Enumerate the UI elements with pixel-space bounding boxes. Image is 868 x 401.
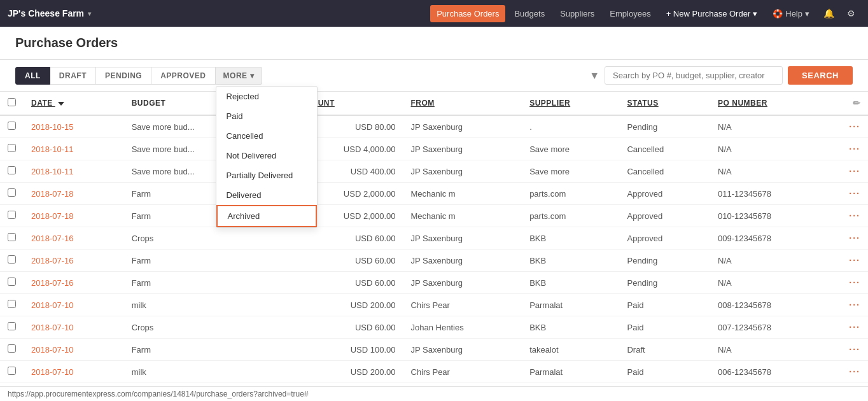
row-checkbox-cell[interactable]: [0, 160, 24, 183]
row-checkbox-cell[interactable]: [0, 250, 24, 272]
row-checkbox-cell[interactable]: [0, 138, 24, 160]
nav-employees[interactable]: Employees: [603, 5, 657, 22]
row-checkbox[interactable]: [8, 367, 16, 375]
po-number-column-header[interactable]: PO NUMBER: [710, 92, 830, 115]
dropdown-item-cancelled[interactable]: Cancelled: [216, 126, 317, 146]
date-link[interactable]: 2018-10-15: [31, 122, 74, 132]
from-column-header[interactable]: FROM: [403, 92, 522, 115]
row-actions[interactable]: ···: [830, 160, 868, 183]
row-checkbox[interactable]: [8, 211, 16, 219]
row-checkbox-cell[interactable]: [0, 115, 24, 138]
filter-tab-draft[interactable]: DRAFT: [50, 67, 96, 85]
row-checkbox-cell[interactable]: [0, 205, 24, 227]
date-link[interactable]: 2018-07-10: [31, 300, 74, 310]
filter-tab-pending[interactable]: PENDING: [96, 67, 151, 85]
new-purchase-order-button[interactable]: + New Purchase Order ▾: [660, 5, 764, 22]
row-actions[interactable]: ···: [830, 361, 868, 383]
row-actions[interactable]: ···: [830, 183, 868, 205]
dropdown-item-partially-delivered[interactable]: Partially Delivered: [216, 165, 317, 185]
date-link[interactable]: 2018-07-18: [31, 211, 74, 221]
date-link[interactable]: 2018-07-10: [31, 323, 74, 332]
dropdown-item-delivered[interactable]: Delivered: [216, 185, 317, 205]
row-options-button[interactable]: ···: [849, 300, 860, 310]
row-date[interactable]: 2018-10-11: [24, 160, 124, 183]
filter-tab-all[interactable]: ALL: [15, 67, 50, 85]
date-link[interactable]: 2018-10-11: [31, 144, 74, 154]
row-checkbox[interactable]: [8, 166, 16, 174]
date-link[interactable]: 2018-10-11: [31, 167, 74, 176]
row-actions[interactable]: ···: [830, 316, 868, 339]
row-checkbox-cell[interactable]: [0, 272, 24, 294]
row-checkbox[interactable]: [8, 144, 16, 152]
row-actions[interactable]: ···: [830, 294, 868, 316]
row-actions[interactable]: ···: [830, 250, 868, 272]
nav-budgets[interactable]: Budgets: [508, 5, 551, 22]
filter-tab-approved[interactable]: APPROVED: [151, 67, 215, 85]
date-link[interactable]: 2018-07-18: [31, 189, 74, 199]
row-date[interactable]: 2018-07-16: [24, 227, 124, 250]
row-checkbox[interactable]: [8, 122, 16, 130]
row-actions[interactable]: ···: [830, 138, 868, 160]
dropdown-item-archived[interactable]: Archived: [216, 205, 317, 227]
row-options-button[interactable]: ···: [849, 322, 860, 332]
row-actions[interactable]: ···: [830, 205, 868, 227]
row-date[interactable]: 2018-10-11: [24, 138, 124, 160]
row-options-button[interactable]: ···: [849, 122, 860, 132]
dropdown-item-paid[interactable]: Paid: [216, 106, 317, 126]
notifications-icon[interactable]: 🔔: [818, 4, 839, 22]
row-date[interactable]: 2018-10-15: [24, 115, 124, 138]
row-date[interactable]: 2018-07-18: [24, 183, 124, 205]
row-options-button[interactable]: ···: [849, 367, 860, 377]
row-date[interactable]: 2018-07-16: [24, 272, 124, 294]
row-checkbox[interactable]: [8, 322, 16, 330]
row-checkbox-cell[interactable]: [0, 339, 24, 361]
row-checkbox[interactable]: [8, 255, 16, 264]
help-menu[interactable]: 🛟 Help ▾: [766, 5, 816, 22]
nav-suppliers[interactable]: Suppliers: [554, 5, 601, 22]
row-checkbox-cell[interactable]: [0, 316, 24, 339]
search-input[interactable]: [605, 66, 783, 85]
row-date[interactable]: 2018-07-18: [24, 205, 124, 227]
row-actions[interactable]: ···: [830, 272, 868, 294]
row-actions[interactable]: ···: [830, 339, 868, 361]
row-options-button[interactable]: ···: [849, 344, 860, 355]
row-options-button[interactable]: ···: [849, 233, 860, 243]
row-date[interactable]: 2018-07-10: [24, 294, 124, 316]
row-date[interactable]: 2018-07-10: [24, 316, 124, 339]
dropdown-item-not-delivered[interactable]: Not Delivered: [216, 146, 317, 165]
row-checkbox-cell[interactable]: [0, 361, 24, 383]
date-link[interactable]: 2018-07-10: [31, 345, 74, 355]
filter-funnel-icon[interactable]: ▼: [589, 70, 599, 81]
date-column-header[interactable]: DATE: [24, 92, 124, 115]
row-options-button[interactable]: ···: [849, 144, 860, 154]
search-button[interactable]: SEARCH: [788, 66, 853, 85]
row-checkbox[interactable]: [8, 233, 16, 241]
row-date[interactable]: 2018-07-10: [24, 361, 124, 383]
bulk-edit-icon[interactable]: ✏: [853, 98, 861, 108]
row-actions[interactable]: ···: [830, 227, 868, 250]
row-checkbox[interactable]: [8, 344, 16, 353]
row-options-button[interactable]: ···: [849, 278, 860, 288]
brand-logo[interactable]: JP's Cheese Farm ▾: [8, 8, 91, 18]
row-options-button[interactable]: ···: [849, 255, 860, 265]
row-options-button[interactable]: ···: [849, 188, 860, 199]
row-actions[interactable]: ···: [830, 115, 868, 138]
row-checkbox[interactable]: [8, 188, 16, 197]
row-checkbox[interactable]: [8, 278, 16, 286]
row-date[interactable]: 2018-07-10: [24, 339, 124, 361]
actions-column-header[interactable]: ✏: [830, 92, 868, 115]
nav-purchase-orders[interactable]: Purchase Orders: [430, 5, 505, 22]
row-checkbox-cell[interactable]: [0, 227, 24, 250]
filter-tab-more[interactable]: MORE ▾: [216, 67, 263, 85]
row-options-button[interactable]: ···: [849, 166, 860, 176]
date-link[interactable]: 2018-07-16: [31, 256, 74, 265]
supplier-column-header[interactable]: SUPPLIER: [522, 92, 619, 115]
row-checkbox[interactable]: [8, 300, 16, 308]
row-date[interactable]: 2018-07-16: [24, 250, 124, 272]
date-link[interactable]: 2018-07-16: [31, 278, 74, 288]
row-options-button[interactable]: ···: [849, 211, 860, 221]
status-column-header[interactable]: STATUS: [619, 92, 710, 115]
settings-icon[interactable]: ⚙: [842, 4, 860, 22]
select-all-checkbox[interactable]: [8, 98, 16, 106]
date-link[interactable]: 2018-07-16: [31, 234, 74, 243]
